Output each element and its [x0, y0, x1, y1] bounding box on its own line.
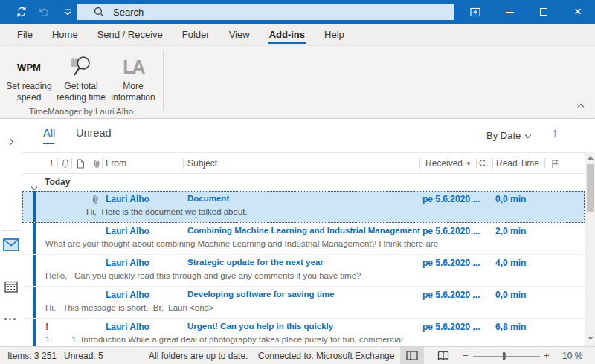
la-logo-icon: LA: [123, 56, 143, 78]
email-subject: Document: [187, 194, 229, 203]
close-icon[interactable]: ×: [561, 0, 595, 24]
ribbon-display-options-icon[interactable]: [458, 0, 492, 24]
email-row[interactable]: ! Lauri Alho Document pe 5.6.2020 ... 0,…: [22, 191, 585, 223]
column-read-time[interactable]: Read Time: [496, 158, 539, 169]
scrollbar-thumb[interactable]: [587, 164, 594, 212]
column-importance[interactable]: !: [50, 158, 53, 169]
search-input[interactable]: Search: [77, 4, 454, 20]
tab-home[interactable]: Home: [42, 24, 88, 45]
email-received: pe 5.6.2020 ...: [422, 290, 480, 300]
reminder-bell-icon[interactable]: [61, 159, 70, 169]
unread-indicator: [33, 255, 36, 286]
timemanager-group: WPM Set reading speed: [3, 48, 159, 103]
email-read-time: 4,0 min: [495, 258, 526, 268]
maximize-icon[interactable]: [527, 0, 561, 24]
message-list-pane: All Unread By Date ↑ !: [22, 119, 595, 346]
reading-view-icon[interactable]: [431, 347, 455, 364]
normal-view-icon[interactable]: [400, 347, 424, 364]
button-label: information: [111, 92, 155, 103]
mail-nav-icon[interactable]: [3, 238, 19, 251]
email-preview: Hi, This message is short. Br, Lauri <en…: [45, 303, 582, 312]
zoom-out-icon[interactable]: −: [463, 350, 469, 361]
get-total-reading-time-button[interactable]: Get total reading time: [55, 48, 107, 103]
filter-tab-all[interactable]: All: [43, 127, 55, 139]
calendar-nav-icon[interactable]: [4, 280, 18, 293]
tab-add-ins[interactable]: Add-ins: [260, 24, 315, 45]
attachment-column-icon[interactable]: [93, 159, 101, 169]
zoom-slider-thumb[interactable]: [503, 352, 505, 360]
column-subject[interactable]: Subject: [187, 158, 217, 169]
item-type-icon[interactable]: [77, 159, 85, 169]
group-header-today[interactable]: Today: [22, 174, 585, 191]
email-received: pe 5.6.2020 ...: [422, 322, 480, 332]
flag-column-icon[interactable]: [550, 159, 559, 169]
sidebar-divider: [2, 230, 19, 231]
ribbon: WPM Set reading speed: [0, 46, 595, 119]
magnifier-calendar-icon: [68, 55, 94, 79]
email-row[interactable]: ! Lauri Alho Combining Machine Learning …: [22, 223, 585, 255]
group-header-label: Today: [45, 177, 70, 187]
email-subject: Combining Machine Learning and Industria…: [187, 226, 420, 235]
search-placeholder: Search: [113, 7, 144, 18]
zoom-slider-tick: [505, 353, 506, 359]
folders-status: All folders are up to date.: [149, 351, 248, 361]
scroll-down-icon[interactable]: [588, 337, 594, 340]
column-categories[interactable]: C...: [479, 158, 493, 169]
email-from: Lauri Alho: [106, 322, 149, 332]
list-filter-row: All Unread By Date ↑: [22, 119, 595, 152]
tab-view[interactable]: View: [219, 24, 260, 45]
column-received[interactable]: Received: [425, 158, 463, 169]
button-label: Set reading: [6, 81, 51, 92]
zoom-in-icon[interactable]: +: [544, 350, 550, 361]
minimize-icon[interactable]: [492, 0, 527, 24]
email-preview: Hello, Can you quickly read this through…: [45, 271, 582, 280]
email-read-time: 0,0 min: [495, 194, 526, 204]
email-read-time: 0,0 min: [495, 290, 526, 300]
more-information-button[interactable]: LA More information: [107, 48, 159, 103]
collapse-ribbon-icon[interactable]: [579, 99, 583, 112]
email-subject: Developing software for saving time: [187, 290, 334, 299]
email-preview: Hi, Here is the document we talked about…: [86, 207, 582, 216]
set-reading-speed-button[interactable]: WPM Set reading speed: [3, 48, 55, 103]
outlook-window: Search × FileHomeSend / ReceiveFolderVie…: [0, 0, 595, 364]
sort-direction-icon[interactable]: ↑: [552, 126, 558, 140]
more-apps-icon[interactable]: [4, 318, 16, 320]
sort-by-label: By Date: [486, 130, 521, 141]
email-row[interactable]: ! Lauri Alho Strategic update for the ne…: [22, 255, 585, 287]
zoom-level[interactable]: 10 %: [562, 351, 582, 361]
status-bar: Items: 3 251 Unread: 5 All folders are u…: [0, 346, 595, 364]
email-from: Lauri Alho: [106, 258, 149, 268]
scroll-up-icon[interactable]: [588, 156, 594, 160]
email-subject: Strategic update for the next year: [187, 258, 324, 267]
connection-status: Connected to: Microsoft Exchange: [258, 351, 394, 361]
unread-indicator: [33, 319, 36, 346]
zoom-slider-track[interactable]: [473, 356, 540, 357]
column-from[interactable]: From: [106, 158, 126, 169]
tab-help[interactable]: Help: [315, 24, 354, 45]
vertical-scrollbar[interactable]: [585, 152, 595, 346]
ribbon-group-separator: [163, 50, 164, 111]
importance-icon: !: [45, 321, 48, 332]
tab-send-receive[interactable]: Send / Receive: [88, 24, 173, 45]
sort-by-dropdown[interactable]: By Date: [486, 130, 530, 141]
expand-folder-pane-icon[interactable]: [8, 134, 13, 147]
button-label: More: [123, 81, 143, 92]
undo-icon[interactable]: [33, 0, 55, 24]
tab-file[interactable]: File: [7, 24, 42, 45]
email-from: Lauri Alho: [106, 290, 149, 300]
email-preview: 1. 1. Introduction While a great deal of…: [45, 335, 582, 344]
send-receive-sync-icon[interactable]: [10, 0, 33, 24]
unread-indicator: [33, 287, 36, 318]
email-row[interactable]: ! Lauri Alho Urgent! Can you help in thi…: [22, 319, 585, 346]
email-preview: What are your thought about combining Ma…: [45, 239, 582, 248]
unread-count: Unread: 5: [64, 351, 103, 361]
email-list: ! Lauri Alho Document pe 5.6.2020 ... 0,…: [22, 191, 585, 346]
tab-folder[interactable]: Folder: [173, 24, 219, 45]
search-icon: [94, 7, 104, 17]
filter-tab-unread[interactable]: Unread: [76, 127, 112, 139]
customize-quick-access-chevron-icon[interactable]: [57, 0, 79, 24]
wpm-text-icon: WPM: [17, 62, 41, 73]
email-subject: Urgent! Can you help in this quickly: [187, 322, 333, 331]
email-from: Lauri Alho: [106, 226, 149, 236]
email-row[interactable]: ! Lauri Alho Developing software for sav…: [22, 287, 585, 319]
